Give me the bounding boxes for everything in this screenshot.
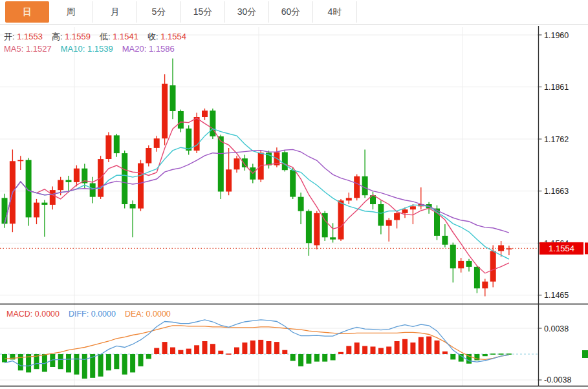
current-price-tag: 1.1554 <box>539 242 588 255</box>
diff-line <box>5 320 509 366</box>
legend-item: MA10: 1.1539 <box>61 44 113 54</box>
ma-legend: MA5: 1.1527MA10: 1.1539MA20: 1.1586 <box>4 44 184 54</box>
timeframe-tab-5[interactable]: 30分 <box>225 1 269 23</box>
timeframe-tab-0[interactable]: 日 <box>5 1 49 23</box>
timeframe-tab-3[interactable]: 5分 <box>137 1 181 23</box>
legend-item: 开: 1.1553 <box>4 32 43 41</box>
timeframe-tab-4[interactable]: 15分 <box>181 1 225 23</box>
svg-text:0.0038: 0.0038 <box>544 324 569 333</box>
ohlc-legend: 开: 1.1553高: 1.1559低: 1.1541收: 1.1554 <box>4 31 195 43</box>
timeframe-tab-2[interactable]: 月 <box>93 1 137 23</box>
timeframe-tab-1[interactable]: 周 <box>49 1 93 23</box>
legend-item: 低: 1.1541 <box>100 32 138 41</box>
macd-histogram-layer <box>2 337 512 379</box>
legend-item: MACD: 0.0000 <box>6 310 60 319</box>
ma5-line <box>5 118 509 273</box>
svg-text:1.1465: 1.1465 <box>544 291 569 300</box>
legend-item: MA20: 1.1586 <box>122 44 175 54</box>
legend-item: MA5: 1.1527 <box>4 44 52 54</box>
svg-text:-0.0038: -0.0038 <box>544 375 571 384</box>
timeframe-tab-6[interactable]: 60分 <box>269 1 313 23</box>
ma10-line <box>5 129 509 259</box>
svg-text:1.1663: 1.1663 <box>544 187 569 196</box>
trading-chart-app: 日周月5分15分30分60分4时 开: 1.1553高: 1.1559低: 1.… <box>0 0 588 389</box>
timeframe-tab-7[interactable]: 4时 <box>313 1 357 23</box>
chart-canvas[interactable]: 1.19601.18611.17621.16631.15641.14650.00… <box>0 0 588 389</box>
timeframe-tabbar: 日周月5分15分30分60分4时 <box>0 0 588 25</box>
candlestick-layer <box>2 59 512 297</box>
macd-legend: MACD: 0.0000DIFF: 0.0000DEA: 0.0000 <box>6 310 180 319</box>
legend-item: DIFF: 0.0000 <box>69 310 116 319</box>
legend-item: 收: 1.1554 <box>147 32 186 41</box>
svg-text:1.1554: 1.1554 <box>549 244 574 253</box>
legend-item: 高: 1.1559 <box>52 32 91 41</box>
svg-text:1.1960: 1.1960 <box>544 31 569 40</box>
svg-text:1.1762: 1.1762 <box>544 135 569 144</box>
dea-line <box>5 326 509 360</box>
svg-text:1.1861: 1.1861 <box>544 83 569 92</box>
legend-item: DEA: 0.0000 <box>125 310 171 319</box>
